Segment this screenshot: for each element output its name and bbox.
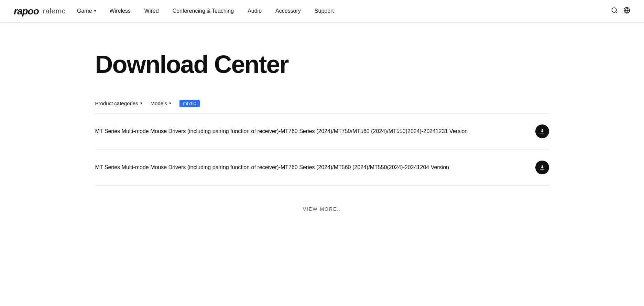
filter-row: Product categories ▾ Models ▾ mt760 [95,99,549,113]
product-categories-filter[interactable]: Product categories ▾ [95,99,142,108]
download-button[interactable] [535,124,549,138]
nav-item-game[interactable]: Game▾ [77,0,96,23]
nav-chevron-icon: ▾ [94,9,96,13]
nav-item-support[interactable]: Support [315,0,334,23]
nav-label: Wireless [110,8,131,14]
product-categories-label: Product categories [95,100,138,106]
download-item-text: MT Series Multi-mode Mouse Drivers (incl… [95,163,449,172]
nav-label: Audio [248,8,262,14]
models-chevron-icon: ▾ [169,101,171,106]
nav-label: Game [77,8,92,14]
nav-item-wireless[interactable]: Wireless [110,0,131,23]
nav-label: Accessory [275,8,301,14]
logo-rapoo[interactable]: rapoo [14,6,39,17]
nav-item-conferencing-teaching[interactable]: Conferencing & Teaching [173,0,234,23]
search-tag[interactable]: mt760 [179,100,200,107]
page-title: Download Center [95,50,549,78]
globe-icon[interactable] [623,7,630,15]
download-item[interactable]: MT Series Multi-mode Mouse Drivers (incl… [95,113,549,150]
download-item-text: MT Series Multi-mode Mouse Drivers (incl… [95,127,468,136]
logo-ralemo[interactable]: ralemo [43,7,66,15]
download-list: MT Series Multi-mode Mouse Drivers (incl… [95,113,549,186]
header-icons [611,7,630,15]
download-item[interactable]: MT Series Multi-mode Mouse Drivers (incl… [95,150,549,186]
nav-label: Wired [144,8,159,14]
categories-chevron-icon: ▾ [140,101,142,106]
main-content: Download Center Product categories ▾ Mod… [81,50,563,226]
site-header: rapoo ralemo Game▾WirelessWiredConferenc… [0,0,644,23]
nav-label: Conferencing & Teaching [173,8,234,14]
nav-item-wired[interactable]: Wired [144,0,159,23]
svg-line-1 [616,12,617,13]
nav-item-audio[interactable]: Audio [248,0,262,23]
view-more-wrap: VIEW MORE.. [95,186,549,226]
models-label: Models [151,100,167,106]
main-nav: Game▾WirelessWiredConferencing & Teachin… [77,0,611,23]
view-more-button[interactable]: VIEW MORE.. [303,206,341,212]
models-filter[interactable]: Models ▾ [151,99,171,108]
download-button[interactable] [535,161,549,174]
nav-item-accessory[interactable]: Accessory [275,0,301,23]
nav-label: Support [315,8,334,14]
search-icon[interactable] [611,7,618,15]
logo-wrap: rapoo ralemo [14,6,66,17]
